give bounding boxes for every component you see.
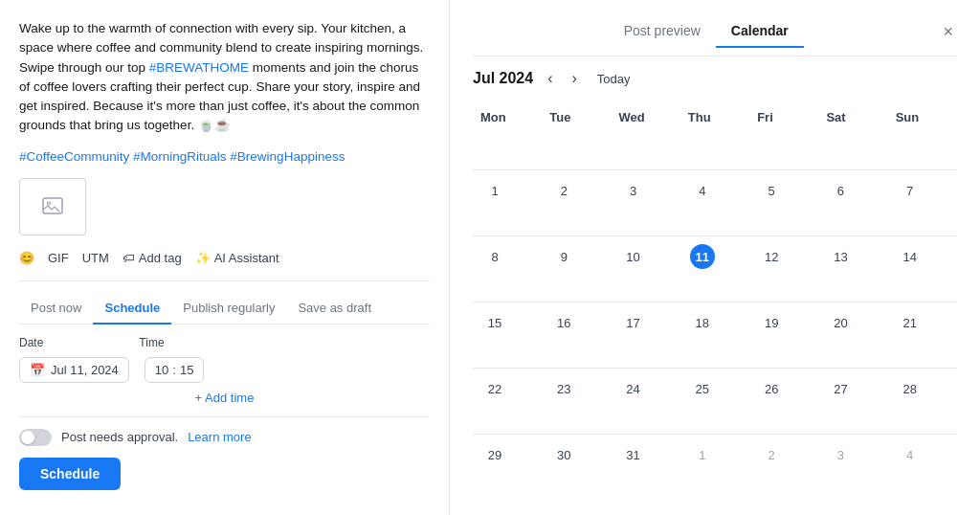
emoji-button[interactable]: 😊 [19,251,34,265]
add-tag-button[interactable]: 🏷 Add tag [122,251,182,265]
utm-button[interactable]: UTM [82,251,109,265]
weekday-sat: Sat [818,104,887,132]
calendar-day-cell[interactable]: 21 [888,302,957,368]
prev-month-button[interactable]: ‹ [543,68,557,89]
tab-post-now[interactable]: Post now [19,293,93,325]
day-number: 1 [690,442,715,467]
today-button[interactable]: Today [591,70,636,88]
tab-calendar[interactable]: Calendar [716,15,804,48]
weekday-sun: Sun [888,104,957,132]
ai-assistant-button[interactable]: ✨ AI Assistant [195,251,279,265]
calendar-week-2: 891011121314 [473,235,957,302]
calendar-day-cell[interactable]: 10 [612,236,680,302]
calendar-day-cell[interactable]: 4 [888,435,957,500]
calendar-day-cell[interactable]: 29 [473,435,542,500]
time-label: Time [139,336,164,349]
date-time-row: 📅 Jul 11, 2024 10 : 15 [19,357,430,383]
calendar-weekdays: Mon Tue Wed Thu Fri Sat Sun [473,104,957,132]
time-input[interactable]: 10 : 15 [145,357,205,383]
tab-schedule[interactable]: Schedule [93,293,171,325]
calendar-header: Jul 2024 ‹ › Today [473,68,957,89]
image-placeholder[interactable] [19,178,86,235]
day-number: 4 [898,442,923,467]
approval-toggle[interactable] [19,429,52,446]
calendar-day-cell[interactable]: 14 [888,236,957,302]
day-number: 30 [551,442,576,467]
day-number: 6 [828,178,853,203]
add-time-button[interactable]: + Add time [19,391,430,405]
day-number: 13 [828,244,853,269]
gif-button[interactable]: GIF [48,251,69,265]
weekday-fri: Fri [749,104,818,132]
day-number: 20 [828,310,853,335]
calendar-icon: 📅 [30,363,45,377]
tag-label: Add tag [139,251,182,265]
day-number: 5 [759,178,784,203]
day-number: 27 [828,376,853,401]
calendar-day-cell[interactable]: 23 [542,369,611,434]
calendar-day-cell[interactable]: 1 [473,170,542,235]
calendar-day-cell[interactable]: 25 [680,369,749,434]
calendar-day-cell[interactable]: 31 [612,435,680,500]
day-number: 14 [898,244,923,269]
calendar-day-cell[interactable]: 16 [542,302,611,368]
day-number: 25 [690,376,715,401]
calendar-day-cell[interactable]: 28 [888,369,957,434]
calendar-day-cell[interactable]: 19 [749,302,818,368]
calendar-day-cell[interactable]: 15 [473,302,542,368]
calendar-day-cell[interactable]: 2 [542,170,611,235]
calendar-day-cell[interactable]: 3 [818,435,887,500]
time-hour: 10 [155,363,168,377]
day-number: 3 [828,442,853,467]
schedule-tabs: Post now Schedule Publish regularly Save… [19,293,430,325]
day-number: 15 [482,310,507,335]
post-body: Wake up to the warmth of connection with… [19,19,430,136]
modal-header: Post preview Calendar × [473,15,957,56]
calendar-day-cell[interactable]: 4 [680,170,749,235]
time-separator: : [172,363,176,377]
day-number: 2 [759,442,784,467]
next-month-button[interactable]: › [567,68,581,89]
learn-more-link[interactable]: Learn more [188,430,251,444]
calendar-day-cell[interactable]: 18 [680,302,749,368]
calendar-day-cell[interactable]: 6 [818,170,887,235]
calendar-day-cell[interactable]: 13 [818,236,887,302]
date-label: Date [19,336,43,349]
hashtags-text: #CoffeeCommunity #MorningRituals #Brewin… [19,149,345,164]
tab-save-draft[interactable]: Save as draft [286,293,383,325]
date-value: Jul 11, 2024 [51,363,119,377]
calendar-day-cell[interactable]: 8 [473,236,542,302]
right-tab-nav: Post preview Calendar [473,15,939,48]
day-number: 17 [621,310,646,335]
calendar-day-cell[interactable]: 7 [888,170,957,235]
calendar-day-cell[interactable]: 17 [612,302,680,368]
calendar-day-cell[interactable]: 27 [818,369,887,434]
calendar-day-cell[interactable]: 22 [473,369,542,434]
weekday-mon: Mon [473,104,542,132]
tab-publish-regularly[interactable]: Publish regularly [171,293,286,325]
calendar-week-5: 2930311234 [473,434,957,500]
calendar-day-cell[interactable]: 26 [749,369,818,434]
calendar-day-cell[interactable]: 9 [542,236,611,302]
calendar-week-3: 15161718192021 [473,302,957,368]
toggle-knob [21,431,34,444]
approval-row: Post needs approval. Learn more [19,429,430,446]
calendar-day-cell[interactable]: 11 [680,236,749,302]
calendar-day-cell[interactable]: 30 [542,435,611,500]
calendar-day-cell[interactable]: 12 [749,236,818,302]
time-minute: 15 [180,363,193,377]
calendar-day-cell[interactable]: 3 [612,170,680,235]
calendar-day-cell[interactable]: 5 [749,170,818,235]
emoji-icon: 😊 [19,251,34,265]
calendar-day-cell[interactable]: 1 [680,435,749,500]
day-number: 1 [482,178,507,203]
weekday-tue: Tue [542,104,611,132]
tab-post-preview[interactable]: Post preview [609,15,716,48]
close-button[interactable]: × [939,19,957,44]
schedule-button[interactable]: Schedule [19,458,121,490]
calendar-day-cell[interactable]: 2 [749,435,818,500]
calendar-day-cell[interactable]: 24 [612,369,680,434]
date-input[interactable]: 📅 Jul 11, 2024 [19,357,129,383]
left-panel: Wake up to the warmth of connection with… [0,0,450,515]
calendar-day-cell[interactable]: 20 [818,302,887,368]
